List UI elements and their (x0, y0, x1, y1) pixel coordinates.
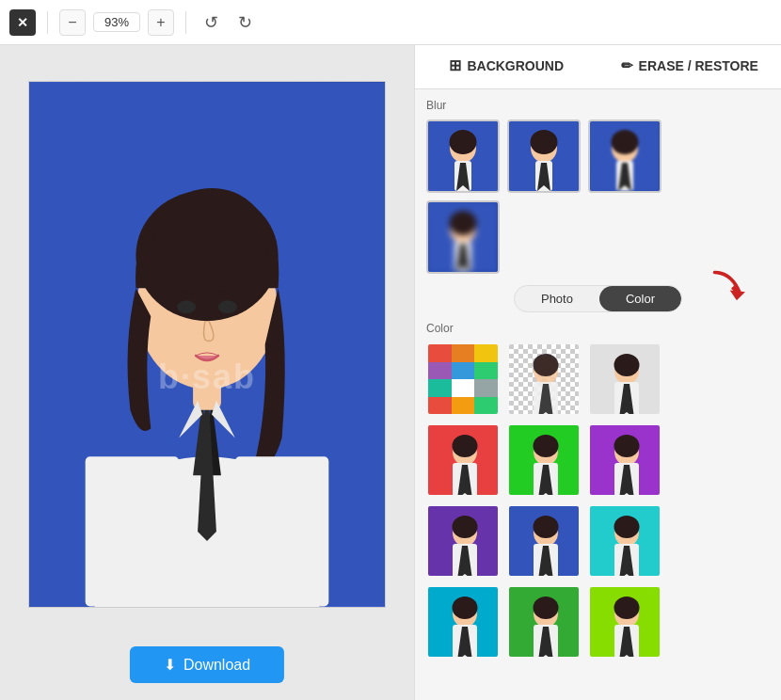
transparent-svg (509, 344, 581, 416)
blur-thumb-0[interactable] (426, 119, 500, 193)
lime-bg-svg (590, 587, 661, 659)
palette-purple (428, 362, 452, 380)
teal-bg-svg (428, 587, 500, 659)
canvas-area: b·sab ⬇ Download (0, 45, 414, 700)
palette-teal (428, 379, 452, 397)
color-thumb-blue[interactable] (507, 504, 581, 578)
plus-icon: + (156, 14, 165, 31)
color-thumb-purple[interactable] (588, 423, 661, 497)
download-button[interactable]: ⬇ Download (130, 646, 284, 683)
svg-point-11 (218, 300, 237, 313)
layers-icon: ⊞ (449, 56, 461, 74)
color-thumb-white[interactable] (588, 342, 661, 416)
undo-button[interactable]: ↺ (198, 9, 224, 36)
svg-point-57 (534, 435, 559, 457)
zoom-out-button[interactable]: − (59, 9, 86, 36)
palette-white (452, 379, 475, 397)
arrow-indicator (704, 268, 751, 310)
blur-thumb-svg-1 (509, 121, 579, 191)
minus-icon: − (68, 14, 76, 31)
purple-bg-svg (590, 425, 661, 497)
photo-toggle-btn[interactable]: Photo (515, 286, 599, 311)
blur-thumb-1[interactable] (507, 119, 581, 193)
palette-red (428, 344, 452, 362)
color-toggle-btn[interactable]: Color (599, 286, 681, 311)
color-thumb-lime[interactable] (588, 585, 661, 659)
svg-point-62 (614, 435, 640, 457)
svg-point-47 (614, 354, 640, 376)
svg-point-92 (614, 597, 640, 619)
svg-point-9 (155, 188, 267, 291)
blur-thumb-2[interactable] (588, 119, 661, 193)
download-label: Download (183, 657, 250, 674)
eraser-icon: ✏ (621, 57, 633, 74)
palette-orange (452, 344, 475, 362)
svg-point-28 (612, 130, 639, 154)
photo-canvas: b·sab (28, 81, 386, 608)
blur-thumbnails-row2 (426, 200, 770, 274)
svg-point-23 (531, 130, 558, 154)
svg-point-82 (453, 597, 478, 619)
zoom-value: 93% (93, 12, 140, 32)
blur-section-label: Blur (426, 99, 770, 112)
svg-point-18 (450, 130, 477, 154)
svg-point-87 (534, 597, 559, 619)
blur-thumb-svg-0 (428, 121, 498, 191)
color-thumb-bright-green[interactable] (507, 423, 581, 497)
blue-bg-svg (509, 506, 581, 578)
blur-thumb-svg-2 (590, 121, 660, 191)
svg-point-72 (534, 516, 559, 538)
svg-point-42 (534, 354, 559, 376)
svg-point-52 (453, 435, 478, 457)
tab-background-label: BACKGROUND (467, 58, 564, 73)
redo-button[interactable]: ↻ (231, 9, 258, 36)
svg-rect-14 (86, 456, 179, 606)
redo-icon: ↻ (238, 12, 252, 33)
toolbar: ✕ − 93% + ↺ ↻ (0, 0, 781, 45)
color-section-label: Color (426, 322, 770, 335)
color-thumb-palette[interactable] (426, 342, 500, 416)
photo-color-toggle: Photo Color (514, 285, 682, 312)
close-icon: ✕ (17, 15, 28, 30)
blur-thumb-3[interactable] (426, 200, 500, 274)
svg-point-77 (614, 516, 640, 538)
bright-green-bg-svg (509, 425, 581, 497)
palette-yellow (474, 344, 498, 362)
color-thumb-green[interactable] (507, 585, 581, 659)
tab-background[interactable]: ⊞ BACKGROUND (415, 45, 598, 88)
svg-marker-36 (730, 290, 745, 300)
panel-tabs: ⊞ BACKGROUND ✏ ERASE / RESTORE (415, 45, 781, 89)
red-bg-svg (428, 425, 500, 497)
palette-green (474, 362, 498, 380)
svg-point-67 (453, 516, 478, 538)
palette-gray (474, 379, 498, 397)
color-palette-grid (428, 344, 498, 414)
separator (47, 11, 48, 34)
svg-point-10 (177, 300, 196, 313)
color-thumb-transparent[interactable] (507, 342, 581, 416)
right-panel: ⊞ BACKGROUND ✏ ERASE / RESTORE Blur (414, 45, 781, 700)
blur-thumb-svg-3 (428, 202, 498, 272)
panel-content: Blur (415, 89, 781, 700)
tab-erase-restore[interactable]: ✏ ERASE / RESTORE (598, 45, 782, 88)
color-thumb-teal[interactable] (426, 585, 500, 659)
color-grid (426, 342, 770, 659)
purple2-bg-svg (428, 506, 500, 578)
white-bg-svg (590, 344, 661, 416)
color-thumb-purple2[interactable] (426, 504, 500, 578)
blur-thumbnails-row (426, 119, 770, 193)
separator2 (185, 11, 186, 34)
svg-point-33 (450, 211, 477, 235)
palette-blue (452, 362, 475, 380)
tab-erase-restore-label: ERASE / RESTORE (639, 58, 758, 73)
zoom-in-button[interactable]: + (148, 9, 174, 36)
palette-mint (474, 397, 498, 415)
palette-amber (452, 397, 475, 415)
color-thumb-red[interactable] (426, 423, 500, 497)
palette-red2 (428, 397, 452, 415)
color-thumb-cyan[interactable] (588, 504, 661, 578)
photo-background: b·sab (29, 82, 385, 607)
svg-rect-15 (235, 456, 328, 606)
close-button[interactable]: ✕ (9, 9, 36, 36)
undo-icon: ↺ (204, 12, 218, 33)
